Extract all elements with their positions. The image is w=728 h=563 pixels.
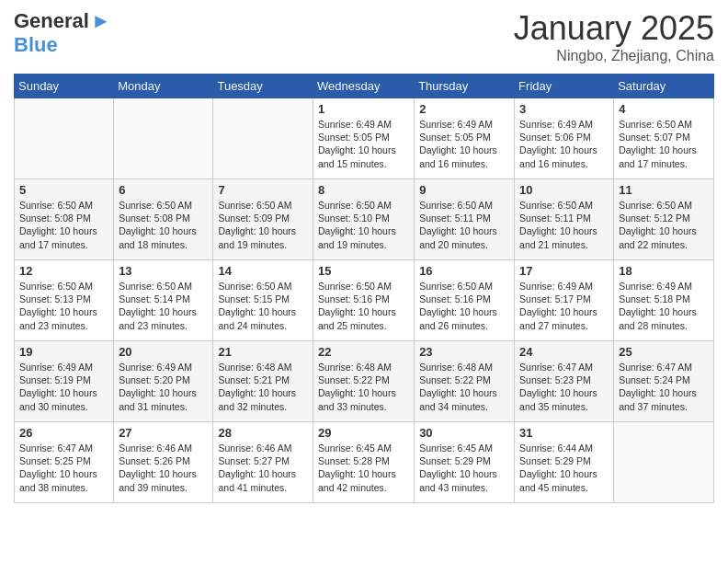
- calendar-cell: 19Sunrise: 6:49 AM Sunset: 5:19 PM Dayli…: [15, 341, 114, 422]
- title-block: January 2025 Ningbo, Zhejiang, China: [514, 9, 714, 64]
- day-number: 26: [19, 426, 108, 440]
- day-number: 5: [19, 183, 108, 197]
- calendar-cell: 20Sunrise: 6:49 AM Sunset: 5:20 PM Dayli…: [114, 341, 213, 422]
- day-info: Sunrise: 6:47 AM Sunset: 5:25 PM Dayligh…: [19, 442, 108, 494]
- day-info: Sunrise: 6:50 AM Sunset: 5:10 PM Dayligh…: [318, 199, 409, 251]
- day-info: Sunrise: 6:46 AM Sunset: 5:26 PM Dayligh…: [119, 442, 208, 494]
- day-info: Sunrise: 6:48 AM Sunset: 5:22 PM Dayligh…: [318, 361, 409, 413]
- week-row-2: 12Sunrise: 6:50 AM Sunset: 5:13 PM Dayli…: [15, 260, 714, 341]
- calendar-cell: 24Sunrise: 6:47 AM Sunset: 5:23 PM Dayli…: [515, 341, 614, 422]
- weekday-header-sunday: Sunday: [15, 75, 114, 98]
- day-number: 9: [419, 183, 509, 197]
- calendar-cell: 23Sunrise: 6:48 AM Sunset: 5:22 PM Dayli…: [415, 341, 515, 422]
- calendar-cell: 22Sunrise: 6:48 AM Sunset: 5:22 PM Dayli…: [313, 341, 415, 422]
- calendar-cell: 15Sunrise: 6:50 AM Sunset: 5:16 PM Dayli…: [313, 260, 415, 341]
- day-info: Sunrise: 6:49 AM Sunset: 5:06 PM Dayligh…: [519, 118, 609, 170]
- logo-general-text: General: [14, 9, 89, 33]
- day-info: Sunrise: 6:50 AM Sunset: 5:16 PM Dayligh…: [419, 280, 509, 332]
- calendar-cell: 27Sunrise: 6:46 AM Sunset: 5:26 PM Dayli…: [114, 422, 213, 503]
- day-info: Sunrise: 6:47 AM Sunset: 5:24 PM Dayligh…: [619, 361, 709, 413]
- calendar-cell: 18Sunrise: 6:49 AM Sunset: 5:18 PM Dayli…: [614, 260, 714, 341]
- day-number: 24: [519, 345, 609, 359]
- day-info: Sunrise: 6:47 AM Sunset: 5:23 PM Dayligh…: [519, 361, 609, 413]
- weekday-header-row: SundayMondayTuesdayWednesdayThursdayFrid…: [15, 75, 714, 98]
- page: General ► Blue January 2025 Ningbo, Zhej…: [0, 0, 728, 512]
- day-info: Sunrise: 6:45 AM Sunset: 5:29 PM Dayligh…: [419, 442, 509, 494]
- calendar-cell: 10Sunrise: 6:50 AM Sunset: 5:11 PM Dayli…: [515, 179, 614, 260]
- calendar-cell: 1Sunrise: 6:49 AM Sunset: 5:05 PM Daylig…: [313, 98, 415, 179]
- calendar-cell: [614, 422, 714, 503]
- day-number: 31: [519, 426, 609, 440]
- calendar-cell: 8Sunrise: 6:50 AM Sunset: 5:10 PM Daylig…: [313, 179, 415, 260]
- day-info: Sunrise: 6:50 AM Sunset: 5:12 PM Dayligh…: [619, 199, 709, 251]
- calendar-cell: 29Sunrise: 6:45 AM Sunset: 5:28 PM Dayli…: [313, 422, 415, 503]
- day-info: Sunrise: 6:44 AM Sunset: 5:29 PM Dayligh…: [519, 442, 609, 494]
- logo-blue-text: Blue: [14, 33, 58, 57]
- calendar-cell: 30Sunrise: 6:45 AM Sunset: 5:29 PM Dayli…: [415, 422, 515, 503]
- week-row-3: 19Sunrise: 6:49 AM Sunset: 5:19 PM Dayli…: [15, 341, 714, 422]
- calendar-cell: 16Sunrise: 6:50 AM Sunset: 5:16 PM Dayli…: [415, 260, 515, 341]
- day-number: 7: [218, 183, 308, 197]
- day-number: 27: [119, 426, 208, 440]
- calendar-cell: [15, 98, 114, 179]
- weekday-header-monday: Monday: [114, 75, 213, 98]
- day-number: 14: [218, 264, 308, 278]
- day-number: 30: [419, 426, 509, 440]
- day-number: 23: [419, 345, 509, 359]
- day-number: 28: [218, 426, 308, 440]
- logo-arrow-icon: ►: [91, 9, 111, 33]
- calendar-cell: 3Sunrise: 6:49 AM Sunset: 5:06 PM Daylig…: [515, 98, 614, 179]
- day-number: 11: [619, 183, 709, 197]
- calendar-table: SundayMondayTuesdayWednesdayThursdayFrid…: [14, 74, 714, 503]
- day-number: 3: [519, 102, 609, 116]
- day-info: Sunrise: 6:50 AM Sunset: 5:07 PM Dayligh…: [619, 118, 709, 170]
- day-number: 29: [318, 426, 409, 440]
- weekday-header-wednesday: Wednesday: [313, 75, 415, 98]
- calendar-cell: 5Sunrise: 6:50 AM Sunset: 5:08 PM Daylig…: [15, 179, 114, 260]
- calendar-cell: 7Sunrise: 6:50 AM Sunset: 5:09 PM Daylig…: [213, 179, 313, 260]
- day-info: Sunrise: 6:50 AM Sunset: 5:16 PM Dayligh…: [318, 280, 409, 332]
- day-info: Sunrise: 6:50 AM Sunset: 5:11 PM Dayligh…: [519, 199, 609, 251]
- day-number: 2: [419, 102, 509, 116]
- calendar-title: January 2025: [514, 9, 714, 48]
- day-number: 20: [119, 345, 208, 359]
- day-info: Sunrise: 6:50 AM Sunset: 5:08 PM Dayligh…: [119, 199, 208, 251]
- week-row-4: 26Sunrise: 6:47 AM Sunset: 5:25 PM Dayli…: [15, 422, 714, 503]
- day-number: 6: [119, 183, 208, 197]
- weekday-header-saturday: Saturday: [614, 75, 714, 98]
- day-number: 17: [519, 264, 609, 278]
- day-info: Sunrise: 6:50 AM Sunset: 5:14 PM Dayligh…: [119, 280, 208, 332]
- day-info: Sunrise: 6:50 AM Sunset: 5:11 PM Dayligh…: [419, 199, 509, 251]
- calendar-cell: 17Sunrise: 6:49 AM Sunset: 5:17 PM Dayli…: [515, 260, 614, 341]
- day-number: 10: [519, 183, 609, 197]
- day-info: Sunrise: 6:49 AM Sunset: 5:19 PM Dayligh…: [19, 361, 108, 413]
- day-info: Sunrise: 6:49 AM Sunset: 5:17 PM Dayligh…: [519, 280, 609, 332]
- day-number: 15: [318, 264, 409, 278]
- week-row-1: 5Sunrise: 6:50 AM Sunset: 5:08 PM Daylig…: [15, 179, 714, 260]
- calendar-cell: [114, 98, 213, 179]
- day-number: 21: [218, 345, 308, 359]
- calendar-cell: 12Sunrise: 6:50 AM Sunset: 5:13 PM Dayli…: [15, 260, 114, 341]
- day-number: 1: [318, 102, 409, 116]
- day-number: 12: [19, 264, 108, 278]
- calendar-cell: [213, 98, 313, 179]
- calendar-cell: 26Sunrise: 6:47 AM Sunset: 5:25 PM Dayli…: [15, 422, 114, 503]
- day-info: Sunrise: 6:46 AM Sunset: 5:27 PM Dayligh…: [218, 442, 308, 494]
- day-number: 16: [419, 264, 509, 278]
- day-info: Sunrise: 6:49 AM Sunset: 5:20 PM Dayligh…: [119, 361, 208, 413]
- calendar-cell: 2Sunrise: 6:49 AM Sunset: 5:05 PM Daylig…: [415, 98, 515, 179]
- calendar-cell: 25Sunrise: 6:47 AM Sunset: 5:24 PM Dayli…: [614, 341, 714, 422]
- day-info: Sunrise: 6:50 AM Sunset: 5:09 PM Dayligh…: [218, 199, 308, 251]
- calendar-cell: 9Sunrise: 6:50 AM Sunset: 5:11 PM Daylig…: [415, 179, 515, 260]
- day-number: 19: [19, 345, 108, 359]
- calendar-cell: 14Sunrise: 6:50 AM Sunset: 5:15 PM Dayli…: [213, 260, 313, 341]
- day-number: 25: [619, 345, 709, 359]
- day-info: Sunrise: 6:50 AM Sunset: 5:08 PM Dayligh…: [19, 199, 108, 251]
- weekday-header-thursday: Thursday: [415, 75, 515, 98]
- week-row-0: 1Sunrise: 6:49 AM Sunset: 5:05 PM Daylig…: [15, 98, 714, 179]
- day-info: Sunrise: 6:49 AM Sunset: 5:18 PM Dayligh…: [619, 280, 709, 332]
- calendar-cell: 31Sunrise: 6:44 AM Sunset: 5:29 PM Dayli…: [515, 422, 614, 503]
- day-number: 18: [619, 264, 709, 278]
- calendar-cell: 13Sunrise: 6:50 AM Sunset: 5:14 PM Dayli…: [114, 260, 213, 341]
- weekday-header-friday: Friday: [515, 75, 614, 98]
